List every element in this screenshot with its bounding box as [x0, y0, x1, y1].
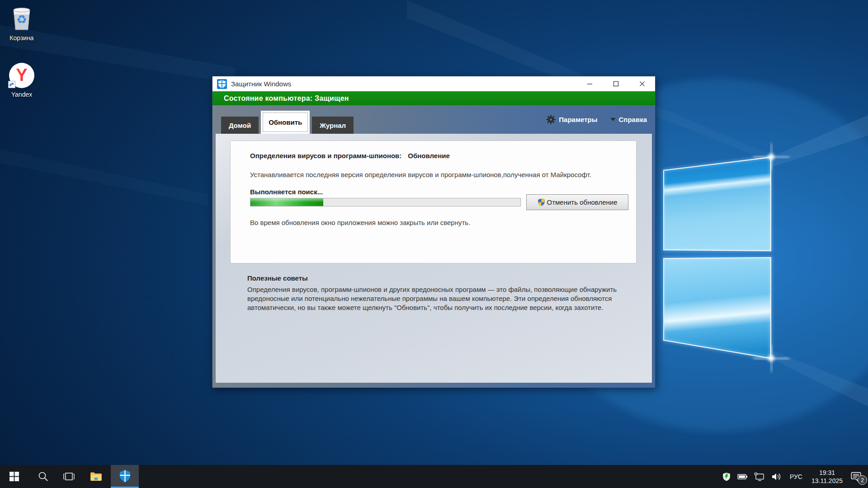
- ethernet-network-icon: [754, 472, 765, 481]
- recycle-bin-icon: ♻: [0, 4, 43, 32]
- progress-label: Выполняется поиск...: [250, 188, 323, 196]
- file-explorer-icon: [90, 471, 102, 482]
- svg-text:♻: ♻: [16, 13, 27, 26]
- tab-home[interactable]: Домой: [221, 117, 259, 134]
- tab-update[interactable]: Обновить: [261, 111, 310, 134]
- action-center-button[interactable]: 2: [847, 465, 868, 488]
- desktop: ♻ Корзина Y Yandex: [0, 0, 868, 488]
- tips-title: Полезные советы: [247, 274, 630, 282]
- window-titlebar: Защитник Windows: [212, 76, 655, 91]
- help-menu[interactable]: Справка: [610, 116, 647, 123]
- yandex-browser-icon: Y: [0, 60, 43, 88]
- tab-strip: Домой Обновить Журнал: [212, 105, 655, 134]
- defender-tray-item[interactable]: [719, 465, 734, 488]
- tab-history[interactable]: Журнал: [312, 117, 354, 134]
- update-description: Устанавливается последняя версия определ…: [250, 171, 591, 178]
- protection-status-bar: Состояние компьютера: Защищен: [212, 91, 655, 105]
- update-progress-fill: [250, 198, 323, 206]
- settings-menu[interactable]: Параметры: [546, 115, 597, 124]
- desktop-icon-yandex[interactable]: Y Yandex: [0, 60, 43, 98]
- settings-label: Параметры: [559, 116, 597, 123]
- battery-tray-item[interactable]: [734, 465, 751, 488]
- definitions-status: Обновление: [408, 152, 449, 160]
- minimize-button[interactable]: [576, 76, 603, 91]
- chevron-down-icon: [610, 118, 616, 121]
- system-tray: РУС 19:31 13.11.2025 2: [719, 465, 868, 488]
- maximize-button[interactable]: [603, 76, 629, 91]
- cancel-update-button[interactable]: Отменить обновление: [526, 194, 628, 210]
- protection-status-text: Состояние компьютера: Защищен: [224, 94, 349, 103]
- file-explorer-button[interactable]: [83, 465, 109, 488]
- volume-icon: [771, 472, 782, 481]
- search-button[interactable]: [30, 465, 56, 488]
- clock-date: 13.11.2025: [811, 477, 843, 485]
- close-icon: [639, 81, 645, 87]
- task-view-icon: [63, 472, 75, 481]
- window-title: Защитник Windows: [231, 80, 291, 88]
- windows-start-icon: [9, 472, 19, 481]
- clock[interactable]: 19:31 13.11.2025: [807, 465, 847, 488]
- start-button[interactable]: [1, 465, 27, 488]
- task-view-button[interactable]: [56, 465, 82, 488]
- maximize-icon: [613, 81, 619, 87]
- notification-badge: 2: [858, 475, 867, 485]
- volume-tray-item[interactable]: [768, 465, 785, 488]
- defender-app-icon: [217, 79, 227, 89]
- defender-taskbar-button[interactable]: [111, 465, 139, 488]
- update-progress-bar: [250, 198, 521, 206]
- tips-body: Определения вирусов, программ-шпионов и …: [247, 285, 630, 312]
- minimize-icon: [587, 81, 593, 87]
- security-health-icon: [722, 472, 731, 481]
- search-icon: [38, 471, 48, 482]
- battery-icon: [737, 472, 748, 481]
- network-tray-item[interactable]: [751, 465, 768, 488]
- update-tab-content: Определения вирусов и программ-шпионов: …: [216, 134, 652, 383]
- desktop-icon-label: Yandex: [0, 91, 43, 98]
- clock-time: 19:31: [811, 469, 843, 477]
- update-panel: Определения вирусов и программ-шпионов: …: [230, 141, 637, 263]
- gear-icon: [546, 115, 556, 124]
- desktop-icon-recycle-bin[interactable]: ♻ Корзина: [0, 4, 43, 42]
- shortcut-arrow-icon: [8, 81, 15, 88]
- desktop-icon-label: Корзина: [0, 34, 43, 42]
- help-label: Справка: [619, 116, 647, 123]
- taskbar: РУС 19:31 13.11.2025 2: [0, 465, 868, 488]
- uac-shield-icon: [538, 198, 545, 206]
- update-note: Во время обновления окно приложения можн…: [250, 219, 470, 226]
- defender-window: Защитник Windows Состояние компьютера: З…: [212, 76, 656, 387]
- close-button[interactable]: [629, 76, 655, 91]
- language-indicator[interactable]: РУС: [785, 465, 807, 488]
- tips-section: Полезные советы Определения вирусов, про…: [247, 274, 630, 312]
- defender-shield-icon: [118, 469, 132, 483]
- definitions-label: Определения вирусов и программ-шпионов:: [250, 152, 401, 160]
